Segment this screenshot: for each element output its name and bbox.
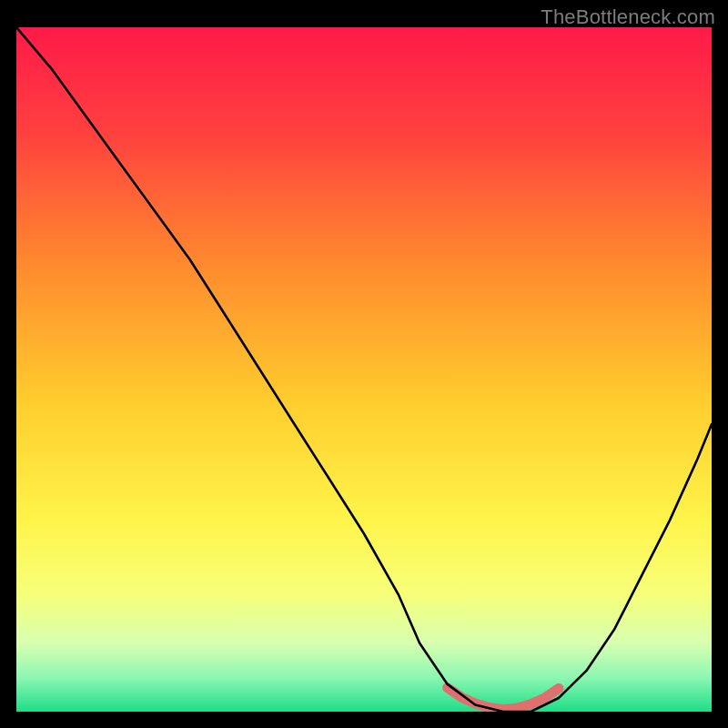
watermark-text: TheBottleneck.com [541, 5, 715, 29]
chart-frame: TheBottleneck.com [0, 0, 728, 728]
gradient-background [16, 27, 712, 712]
bottleneck-chart [0, 0, 728, 728]
